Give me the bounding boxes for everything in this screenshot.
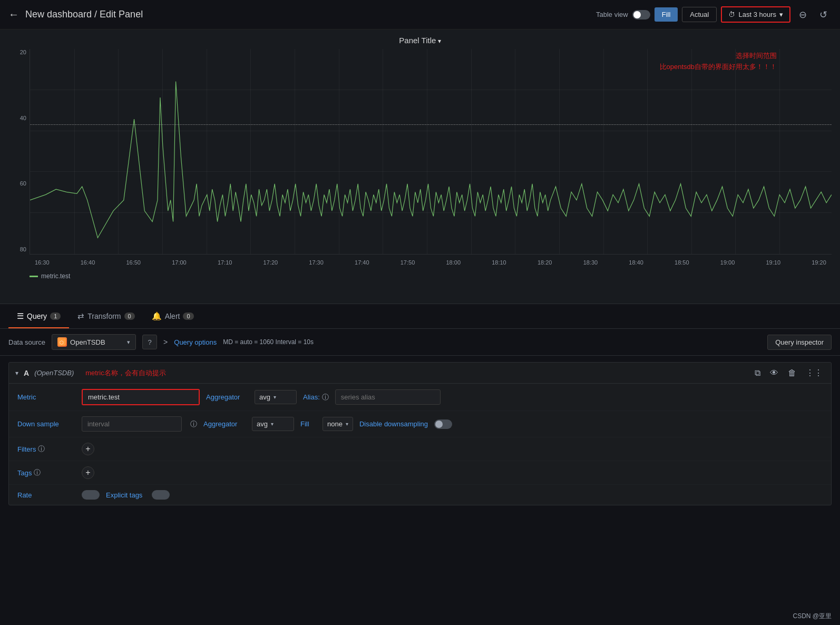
grid-v-2 <box>118 49 119 254</box>
grid-v-1 <box>74 49 75 254</box>
grid-h-1 <box>30 90 832 90</box>
datasource-name: OpenTSDB <box>70 338 124 346</box>
grid-v-7 <box>339 49 339 254</box>
query-block-a: ▾ A (OpenTSDB) metric名称，会有自动提示 ⧉ 👁 🗑 ⋮⋮ … <box>8 362 832 505</box>
query-options-bar: Data source ⬡ OpenTSDB ▾ ? > Query optio… <box>0 329 840 356</box>
metric-input-wrapper <box>82 389 200 405</box>
grid-v-15 <box>691 49 692 254</box>
back-icon: ← <box>8 8 19 21</box>
x-label-10: 18:00 <box>446 259 461 266</box>
refresh-button[interactable]: ↺ <box>815 7 832 23</box>
query-meta: MD = auto = 1060 Interval = 10s <box>223 338 314 346</box>
fill-chevron-icon: ▾ <box>346 421 348 427</box>
grid-v-6 <box>295 49 295 254</box>
collapse-button[interactable]: ▾ <box>15 369 18 377</box>
clock-icon: ⏱ <box>728 11 735 18</box>
aggregator-select-1[interactable]: avg ▾ <box>255 390 297 404</box>
help-button[interactable]: ? <box>142 335 157 349</box>
downsample-row: Down sample ⓘ Aggregator avg ▾ Fill none… <box>9 411 831 437</box>
reference-line <box>30 124 832 125</box>
back-button[interactable]: ← <box>8 8 19 21</box>
chevron-down-icon: ▾ <box>779 11 783 18</box>
visibility-icon[interactable]: 👁 <box>768 367 780 379</box>
datasource-select[interactable]: ⬡ OpenTSDB ▾ <box>52 334 136 350</box>
tab-transform-badge: 0 <box>124 312 135 320</box>
chart-legend: metric.test <box>30 272 70 280</box>
query-inspector-button[interactable]: Query inspector <box>767 335 832 350</box>
page-footer: CSDN @亚里 <box>793 612 832 621</box>
tab-alert-badge: 0 <box>183 312 193 320</box>
zoom-out-button[interactable]: ⊖ <box>795 7 811 23</box>
tab-alert[interactable]: 🔔 Alert 0 <box>143 304 202 328</box>
grid-v-12 <box>559 49 560 254</box>
y-axis: 80 60 40 20 <box>8 49 30 255</box>
tab-query[interactable]: ☰ Query 1 <box>8 304 69 328</box>
tab-query-label: Query <box>27 312 47 320</box>
drag-icon[interactable]: ⋮⋮ <box>804 367 825 379</box>
tags-label: Tags ⓘ <box>17 468 75 477</box>
datasource-label: Data source <box>8 338 45 346</box>
actual-button[interactable]: Actual <box>682 7 717 22</box>
explicit-tags-toggle[interactable] <box>152 490 170 500</box>
grid-v-13 <box>603 49 604 254</box>
x-label-8: 17:40 <box>355 259 369 266</box>
alias-input[interactable] <box>335 389 441 405</box>
tags-row: Tags ⓘ + <box>9 461 831 485</box>
aggregator-chevron-icon-1: ▾ <box>274 394 276 400</box>
fill-value: none <box>327 420 343 428</box>
disable-downsampling-label: Disable downsampling <box>359 420 428 428</box>
x-label-3: 16:50 <box>126 259 141 266</box>
arrow-separator: > <box>163 338 168 346</box>
tags-add-button[interactable]: + <box>82 466 94 479</box>
legend-color <box>30 276 38 277</box>
tab-transform[interactable]: ⇄ Transform 0 <box>69 304 143 328</box>
downsample-input[interactable] <box>82 416 182 432</box>
grid-v-9 <box>427 49 427 254</box>
metric-label: Metric <box>17 393 75 401</box>
query-tab-icon: ☰ <box>17 311 24 321</box>
copy-icon[interactable]: ⧉ <box>753 367 763 379</box>
disable-downsampling-toggle[interactable] <box>434 419 452 429</box>
x-label-13: 18:30 <box>583 259 598 266</box>
time-range-button[interactable]: ⏱ Last 3 hours ▾ <box>721 6 790 23</box>
grid-v-17 <box>779 49 780 254</box>
rate-label: Rate <box>17 491 75 499</box>
filters-add-button[interactable]: + <box>82 443 94 455</box>
fill-select[interactable]: none ▾ <box>323 417 353 431</box>
x-label-5: 17:10 <box>218 259 232 266</box>
top-header: ← New dashboard / Edit Panel Table view … <box>0 0 840 30</box>
time-range-label: Last 3 hours <box>738 11 776 18</box>
bottom-panel: ☰ Query 1 ⇄ Transform 0 🔔 Alert 0 Data s… <box>0 304 840 505</box>
tab-query-badge: 1 <box>50 312 61 320</box>
metric-input[interactable] <box>83 390 199 404</box>
metric-row: Metric Aggregator avg ▾ Alias: ⓘ <box>9 384 831 411</box>
fill-button[interactable]: Fill <box>655 7 678 22</box>
panel-title[interactable]: Panel Title <box>399 36 441 45</box>
explicit-tags-label: Explicit tags <box>106 491 142 499</box>
aggregator-select-2[interactable]: avg ▾ <box>252 417 294 431</box>
alert-tab-icon: 🔔 <box>152 311 162 321</box>
aggregator-value-1: avg <box>259 393 270 401</box>
delete-icon[interactable]: 🗑 <box>786 367 798 379</box>
grid-v-11 <box>515 49 515 254</box>
grid-v-4 <box>207 49 207 254</box>
x-label-4: 17:00 <box>172 259 187 266</box>
tab-alert-label: Alert <box>165 312 180 320</box>
downsample-info-icon[interactable]: ⓘ <box>190 419 197 429</box>
alias-info-icon[interactable]: ⓘ <box>322 393 329 402</box>
chart-area: 80 60 40 20 <box>8 49 832 270</box>
rate-toggle[interactable] <box>82 490 100 500</box>
filters-row: Filters ⓘ + <box>9 437 831 461</box>
filters-info-icon[interactable]: ⓘ <box>38 444 45 454</box>
datasource-chevron-icon: ▾ <box>127 339 130 346</box>
table-view-switch[interactable] <box>632 10 650 19</box>
x-label-6: 17:20 <box>263 259 278 266</box>
query-options-link[interactable]: Query options <box>174 338 217 346</box>
downsample-label: Down sample <box>17 420 75 428</box>
chart-svg <box>30 49 832 254</box>
svg-text:⬡: ⬡ <box>60 340 64 345</box>
chart-inner <box>30 49 832 255</box>
tags-info-icon[interactable]: ⓘ <box>34 468 41 477</box>
table-view-toggle: Table view <box>596 10 650 19</box>
x-label-11: 18:10 <box>492 259 506 266</box>
